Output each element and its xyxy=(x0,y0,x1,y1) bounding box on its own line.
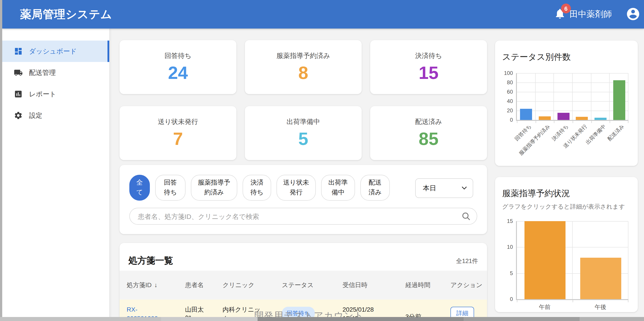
table-header-row: 処方箋ID↓ 患者名 クリニック ステータス 受信日時 経過時間 アクション xyxy=(120,270,487,300)
y-tick-label: 100 xyxy=(504,70,513,76)
x-tick-label: 配送済み xyxy=(606,123,626,142)
stat-value: 85 xyxy=(370,130,487,148)
axis-tick xyxy=(628,300,628,302)
y-tick-label: 40 xyxy=(507,98,513,104)
truck-icon xyxy=(14,68,23,77)
chart-title: 服薬指導予約状況 xyxy=(502,188,570,199)
status-bar-chart: 020406080100回答待ち服薬指導予約済み決済待ち送り状未発行出荷準備中配… xyxy=(516,73,628,121)
gridline xyxy=(591,73,591,120)
notifications-button[interactable]: 6 xyxy=(554,8,567,21)
x-tick-label: 午後 xyxy=(595,303,606,311)
stat-value: 24 xyxy=(120,64,236,82)
sidebar-item-label: 配送管理 xyxy=(29,68,56,77)
filter-chip-label-not-issued[interactable]: 送り状未発行 xyxy=(276,175,316,200)
axis-tick xyxy=(591,121,592,123)
search-input[interactable] xyxy=(129,208,477,225)
sidebar-item-delivery[interactable]: 配送管理 xyxy=(2,62,109,83)
gridline xyxy=(517,82,628,83)
column-header-elapsed[interactable]: 経過時間 xyxy=(406,281,450,289)
column-header-id[interactable]: 処方箋ID↓ xyxy=(127,281,185,289)
column-header-status[interactable]: ステータス xyxy=(282,281,342,289)
axis-tick xyxy=(554,121,554,123)
chevron-down-icon xyxy=(462,186,467,190)
sort-desc-icon: ↓ xyxy=(154,281,158,288)
search-icon[interactable] xyxy=(461,211,471,221)
bar-送り状未発行 xyxy=(576,116,588,120)
x-tick-label: 午前 xyxy=(539,303,550,311)
x-tick-label: 回答待ち xyxy=(513,123,533,142)
sidebar-item-settings[interactable]: 設定 xyxy=(2,105,109,126)
axis-tick xyxy=(517,121,517,123)
window-edge xyxy=(0,0,2,321)
axis-tick xyxy=(573,121,573,123)
gridline xyxy=(628,221,628,299)
axis-tick xyxy=(573,300,573,302)
filter-chip-awaiting-payment[interactable]: 決済待ち xyxy=(242,175,271,200)
stat-value: 7 xyxy=(120,130,236,148)
y-tick-label: 80 xyxy=(507,79,513,86)
filter-chip-delivered[interactable]: 配送済み xyxy=(360,175,390,200)
pharmacy-dashboard: 薬局管理システム 6 田中薬剤師 ダッシュボード 配送管理 レポート xyxy=(0,0,644,321)
status-count-chart-card: ステータス別件数 020406080100回答待ち服薬指導予約済み決済待ち送り状… xyxy=(495,40,638,166)
y-tick-label: 0 xyxy=(510,117,513,123)
gridline xyxy=(517,101,628,102)
stat-value: 5 xyxy=(245,130,362,148)
sidebar-item-label: 設定 xyxy=(29,111,42,120)
sidebar-item-label: ダッシュボード xyxy=(29,47,77,56)
filter-panel: 全て 回答待ち 服薬指導予約済み 決済待ち 送り状未発行 出荷準備中 配送済み … xyxy=(120,165,487,234)
app-title: 薬局管理システム xyxy=(20,7,112,22)
sidebar: ダッシュボード 配送管理 レポート 設定 xyxy=(2,28,109,321)
column-header-patient[interactable]: 患者名 xyxy=(185,281,222,289)
gridline xyxy=(572,221,573,299)
filter-chip-all[interactable]: 全て xyxy=(129,175,150,200)
status-filter-chips: 全て 回答待ち 服薬指導予約済み 決済待ち 送り状未発行 出荷準備中 配送済み xyxy=(129,175,390,200)
stat-card-awaiting-payment: 決済待ち 15 xyxy=(370,40,487,94)
y-tick-label: 10 xyxy=(507,244,513,250)
column-header-action: アクション xyxy=(450,281,487,289)
y-tick-label: 0 xyxy=(510,296,513,302)
total-count: 全121件 xyxy=(456,257,478,265)
filter-chip-preparing-shipment[interactable]: 出荷準備中 xyxy=(321,175,355,200)
y-tick-label: 60 xyxy=(507,89,513,95)
y-tick-label: 15 xyxy=(507,218,513,224)
gridline xyxy=(572,73,573,120)
sidebar-item-reports[interactable]: レポート xyxy=(2,83,109,105)
sidebar-item-dashboard[interactable]: ダッシュボード xyxy=(2,40,109,62)
gridline xyxy=(628,73,628,120)
stat-label: 決済待ち xyxy=(370,52,487,60)
gridline xyxy=(535,73,536,120)
bar-配送済み xyxy=(613,80,625,120)
sidebar-item-label: レポート xyxy=(29,90,56,98)
stat-card-preparing-shipment: 出荷準備中 5 xyxy=(245,106,362,160)
x-tick-label: 服薬指導予約済み xyxy=(517,123,551,157)
stat-label: 配送済み xyxy=(370,118,487,126)
report-chart-icon xyxy=(14,90,23,98)
stat-label: 服薬指導予約済み xyxy=(245,52,362,60)
column-header-clinic[interactable]: クリニック xyxy=(222,281,282,289)
stat-card-label-not-issued: 送り状未発行 7 xyxy=(120,106,236,160)
column-header-received[interactable]: 受信日時 xyxy=(342,281,406,289)
gridline xyxy=(610,73,610,120)
reservation-bar-chart[interactable]: 051015午前午後 xyxy=(516,221,628,300)
filter-chip-guidance-reserved[interactable]: 服薬指導予約済み xyxy=(191,175,237,200)
bar-午前[interactable] xyxy=(524,221,565,299)
account-button[interactable] xyxy=(626,7,640,22)
axis-tick xyxy=(536,121,536,123)
x-tick-label: 出荷準備中 xyxy=(584,123,607,146)
bar-決済待ち xyxy=(557,113,569,120)
gridline xyxy=(517,92,628,92)
gridline xyxy=(517,73,628,74)
bar-服薬指導予約済み xyxy=(539,116,551,120)
stat-label: 出荷準備中 xyxy=(245,118,362,126)
axis-tick xyxy=(517,300,517,302)
axis-tick xyxy=(628,121,628,123)
search-bar xyxy=(129,208,477,225)
period-select[interactable]: 本日 xyxy=(415,178,473,198)
filter-chip-awaiting-answer[interactable]: 回答待ち xyxy=(155,175,186,200)
reservation-chart-card: 服薬指導予約状況 グラフをクリックすると詳細が表示されます 051015午前午後 xyxy=(495,177,638,312)
axis-tick xyxy=(610,121,610,123)
stat-value: 15 xyxy=(370,64,487,82)
bar-午後[interactable] xyxy=(580,258,621,299)
chart-subtitle: グラフをクリックすると詳細が表示されます xyxy=(502,203,625,211)
stat-label: 回答待ち xyxy=(120,52,236,60)
